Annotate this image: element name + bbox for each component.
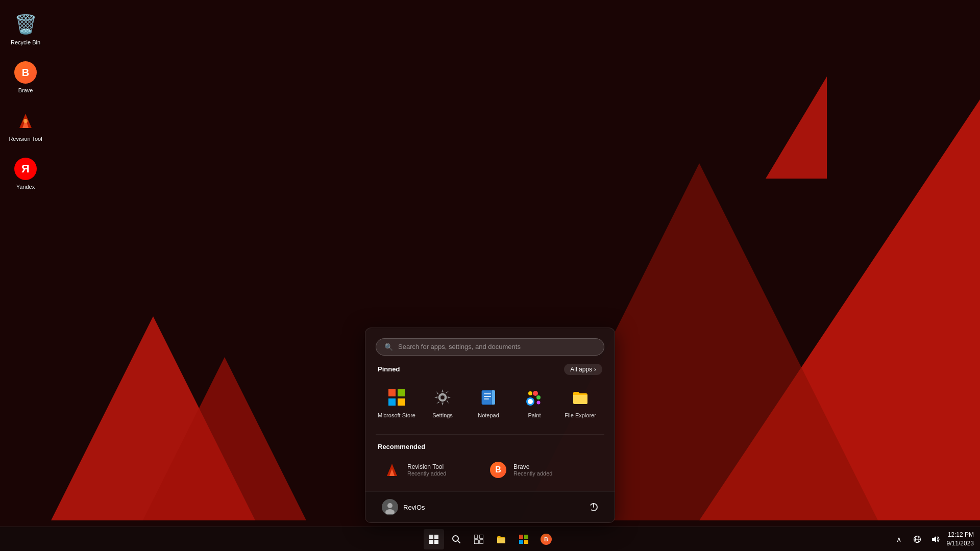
search-input[interactable] — [398, 343, 596, 350]
svg-marker-46 — [932, 536, 936, 542]
svg-rect-37 — [474, 540, 478, 544]
svg-point-8 — [440, 395, 445, 400]
svg-point-26 — [385, 509, 395, 514]
svg-rect-40 — [524, 535, 528, 539]
system-clock[interactable]: 12:12 PM 9/11/2023 — [947, 531, 974, 548]
brave-label: Brave — [18, 87, 33, 94]
notepad-label: Notepad — [478, 412, 499, 419]
svg-rect-42 — [524, 540, 528, 544]
paint-label: Paint — [528, 412, 541, 419]
brave-rec-icon: B — [489, 461, 507, 479]
recommended-item-brave[interactable]: B Brave Recently added — [484, 457, 586, 483]
search-taskbar-button[interactable] — [446, 529, 467, 549]
pinned-app-microsoft-store[interactable]: Microsoft Store — [374, 381, 420, 424]
svg-rect-15 — [492, 390, 495, 405]
user-profile-button[interactable]: ReviOs — [378, 497, 429, 517]
svg-point-25 — [387, 503, 393, 508]
desktop-icon-recycle-bin[interactable]: 🗑️ Recycle Bin — [5, 10, 46, 48]
power-button[interactable] — [585, 498, 602, 516]
svg-point-18 — [528, 399, 533, 404]
username-label: ReviOs — [403, 504, 425, 511]
revision-tool-rec-icon — [383, 461, 401, 479]
chevron-icon: ∧ — [896, 535, 901, 543]
taskbar: B ∧ — [0, 527, 980, 551]
svg-point-20 — [528, 391, 532, 395]
svg-rect-39 — [519, 535, 523, 539]
svg-rect-32 — [434, 540, 438, 544]
desktop-icon-brave[interactable]: B Brave — [5, 58, 46, 96]
task-view-button[interactable] — [469, 529, 489, 549]
taskbar-right: ∧ 12:12 PM 9/11/ — [556, 531, 974, 548]
all-apps-button[interactable]: All apps › — [564, 364, 602, 375]
pinned-app-paint[interactable]: Paint — [511, 381, 557, 424]
recommended-section-header: Recommended — [378, 443, 602, 457]
microsoft-store-label: Microsoft Store — [378, 412, 415, 419]
svg-rect-14 — [484, 398, 489, 399]
brave-desktop-icon: B — [13, 60, 38, 85]
start-menu: 🔍 Pinned All apps › — [365, 328, 615, 523]
pinned-app-settings[interactable]: Settings — [420, 381, 465, 424]
desktop-icon-revision-tool[interactable]: Revision Tool — [5, 107, 46, 144]
recommended-items-list: Revision Tool Recently added B Brave Rec… — [378, 457, 602, 483]
user-avatar — [382, 499, 398, 515]
clock-date: 9/11/2023 — [947, 539, 974, 548]
recommended-section: Recommended Revision Tool Recently added — [365, 443, 615, 491]
pinned-app-notepad[interactable]: Notepad — [465, 381, 511, 424]
file-explorer-label: File Explorer — [565, 412, 596, 419]
notepad-icon — [477, 386, 500, 409]
pinned-app-file-explorer[interactable]: File Explorer — [557, 381, 603, 424]
search-icon: 🔍 — [384, 343, 393, 351]
svg-point-3 — [23, 119, 28, 123]
brave-taskbar-button[interactable]: B — [536, 529, 556, 549]
brave-rec-sub: Recently added — [513, 470, 552, 477]
svg-rect-35 — [474, 535, 478, 538]
recycle-bin-icon: 🗑️ — [13, 12, 38, 37]
start-button[interactable] — [424, 529, 444, 549]
revision-tool-icon — [13, 109, 38, 133]
svg-rect-31 — [429, 540, 433, 544]
file-explorer-icon — [569, 386, 592, 409]
svg-rect-12 — [484, 393, 491, 394]
svg-point-21 — [536, 395, 541, 399]
svg-rect-30 — [434, 535, 438, 539]
revision-tool-rec-name: Revision Tool — [407, 463, 446, 470]
yandex-icon: Я — [13, 157, 38, 181]
tray-volume-button[interactable] — [928, 532, 943, 546]
settings-label: Settings — [432, 412, 453, 419]
search-bar[interactable]: 🔍 — [376, 338, 604, 356]
svg-rect-5 — [398, 389, 405, 396]
microsoft-store-taskbar-button[interactable] — [513, 529, 534, 549]
svg-rect-38 — [480, 540, 483, 544]
svg-rect-13 — [484, 396, 491, 397]
all-apps-label: All apps — [570, 366, 592, 373]
svg-rect-29 — [429, 535, 433, 539]
file-explorer-taskbar-button[interactable] — [491, 529, 511, 549]
pinned-section-header: Pinned All apps › — [365, 364, 615, 381]
svg-rect-7 — [398, 398, 405, 406]
revision-tool-rec-sub: Recently added — [407, 470, 446, 477]
brave-rec-info: Brave Recently added — [513, 463, 552, 477]
paint-icon — [523, 386, 546, 409]
recommended-item-revision-tool[interactable]: Revision Tool Recently added — [378, 457, 480, 483]
section-divider — [376, 434, 604, 435]
desktop: 🗑️ Recycle Bin B Brave Revision Tool — [0, 0, 980, 551]
yandex-label: Yandex — [16, 183, 35, 190]
recycle-bin-label: Recycle Bin — [11, 39, 40, 46]
start-menu-footer: ReviOs — [365, 491, 615, 522]
svg-point-22 — [537, 400, 541, 404]
all-apps-chevron-icon: › — [594, 366, 596, 373]
svg-rect-6 — [388, 398, 396, 406]
settings-icon — [431, 386, 454, 409]
desktop-icon-yandex[interactable]: Я Yandex — [5, 155, 46, 192]
clock-time: 12:12 PM — [947, 531, 974, 539]
svg-rect-4 — [388, 389, 396, 396]
tray-chevron-button[interactable]: ∧ — [892, 532, 906, 546]
svg-line-34 — [458, 540, 460, 543]
desktop-icon-area: 🗑️ Recycle Bin B Brave Revision Tool — [0, 0, 51, 203]
brave-rec-name: Brave — [513, 463, 552, 470]
tray-language-button[interactable] — [910, 532, 924, 546]
svg-rect-41 — [519, 540, 523, 544]
svg-rect-36 — [479, 535, 483, 538]
svg-point-19 — [533, 391, 538, 396]
revision-tool-rec-info: Revision Tool Recently added — [407, 463, 446, 477]
